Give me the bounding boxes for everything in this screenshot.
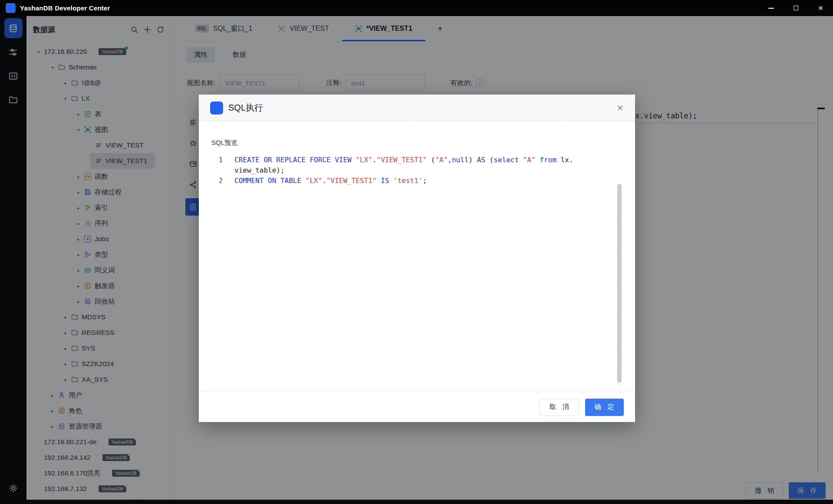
dialog-title: SQL执行 [228,102,263,114]
code-line: view_table); [211,165,635,176]
dialog-header: SQL执行 ✕ [199,95,635,121]
titlebar: YashanDB Developer Center ✕ [0,0,833,16]
app-title: YashanDB Developer Center [20,4,110,12]
yashandb-logo-icon [210,101,223,115]
sql-preview-label: SQL预览 [211,139,635,147]
sql-preview-code: 1CREATE OR REPLACE FORCE VIEW "LX"."VIEW… [211,155,635,186]
window-controls: ✕ [759,0,833,16]
minimize-icon[interactable] [759,0,784,16]
code-line: 2COMMENT ON TABLE "LX"."VIEW_TEST1" IS '… [211,176,635,186]
app-window: YashanDB Developer Center ✕ 数据源 ▾172.16.… [0,0,833,504]
code-scrollbar[interactable] [617,183,622,386]
ok-button[interactable]: 确 定 [585,399,624,416]
dialog-close-icon[interactable]: ✕ [616,104,624,112]
yashandb-logo-icon [6,3,16,13]
dialog-body: SQL预览 1CREATE OR REPLACE FORCE VIEW "LX"… [199,121,635,392]
code-line: 1CREATE OR REPLACE FORCE VIEW "LX"."VIEW… [211,155,635,165]
maximize-icon[interactable] [784,0,808,16]
code-scrollbar-thumb[interactable] [617,184,622,383]
window-bottom-edge [0,500,833,504]
sql-execute-dialog: SQL执行 ✕ SQL预览 1CREATE OR REPLACE FORCE V… [199,95,635,422]
cancel-button[interactable]: 取 消 [539,399,579,416]
dialog-footer: 取 消 确 定 [199,392,635,422]
close-icon[interactable]: ✕ [808,0,833,16]
